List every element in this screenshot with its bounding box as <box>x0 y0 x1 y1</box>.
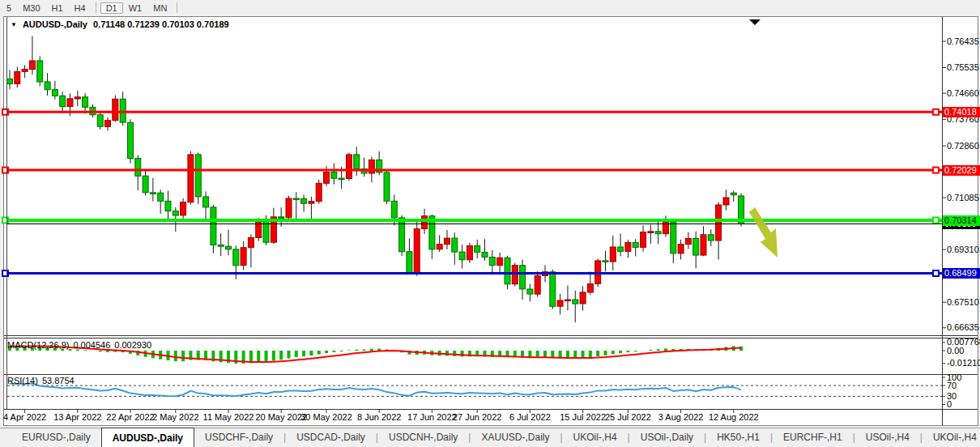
rsi-axis-tick: 0 <box>947 399 952 410</box>
ohlc-values: 0.71148 0.71239 0.70103 0.70189 <box>93 19 229 29</box>
rsi-axis-tick: 70 <box>947 381 957 391</box>
price-line-badge: 0.72029 <box>943 165 980 176</box>
date-tick-label: 2 May 2022 <box>152 412 198 422</box>
price-tick: 0.76435 <box>947 36 979 47</box>
price-tick: 0.69310 <box>947 245 979 255</box>
chart-title: ▼ AUDUSD-,Daily 0.71148 0.71239 0.70103 … <box>11 19 229 29</box>
price-line-badge: 0.70314 <box>943 215 980 226</box>
price-tick: 0.72860 <box>947 141 979 151</box>
macd-main-value: 0.004546 <box>73 340 110 350</box>
dropdown-icon[interactable]: ▼ <box>11 21 17 28</box>
tab-eurusddaily[interactable]: EURUSD-,Daily <box>11 428 101 447</box>
tab-usoildaily[interactable]: USOil-,Daily <box>630 428 704 447</box>
macd-signal-value: 0.002930 <box>114 340 151 350</box>
tab-ukoilh4[interactable]: UKOil-,H4 <box>563 428 628 447</box>
price-line-badge: 0.74018 <box>943 107 980 117</box>
price-line-badge: 0.68499 <box>943 268 980 279</box>
tab-usdcaddaily[interactable]: USDCAD-,Daily <box>286 428 376 447</box>
date-tick-label: 15 Jul 2022 <box>560 412 606 422</box>
date-tick-label: 11 May 2022 <box>203 412 254 422</box>
price-tick: 0.71085 <box>947 193 979 203</box>
symbol-period-label: AUDUSD-,Daily <box>23 19 87 29</box>
date-tick-label: 22 Apr 2022 <box>106 412 154 422</box>
rsi-label: RSI(14) 53.8754 <box>7 376 75 385</box>
date-tick-label: 30 May 2022 <box>300 412 352 422</box>
date-tick-label: 12 Aug 2022 <box>709 412 759 422</box>
date-tick-label: 6 Jul 2022 <box>509 412 551 422</box>
tab-usdchfdaily[interactable]: USDCHF-,Daily <box>194 428 283 447</box>
price-tick: 0.66635 <box>947 322 979 333</box>
macd-label: MACD(12,26,9) 0.004546 0.002930 <box>7 340 151 350</box>
tab-hk50h1[interactable]: HK50-,H1 <box>706 428 770 447</box>
tab-usdcnhdaily[interactable]: USDCNH-,Daily <box>378 428 468 447</box>
date-tick-label: 3 Aug 2022 <box>658 412 704 422</box>
macd-axis-tick: 0.00 <box>947 346 964 356</box>
price-tick: 0.67510 <box>947 297 979 308</box>
symbol-tabbar: EURUSD-,DailyAUDUSD-,DailyUSDCHF-,Daily|… <box>0 428 980 447</box>
date-tick-label: 13 Apr 2022 <box>53 412 101 422</box>
date-tick-label: 27 Jun 2022 <box>453 412 502 422</box>
rsi-value: 53.8754 <box>42 376 75 385</box>
date-tick-label: 4 Apr 2022 <box>3 412 46 422</box>
chart-canvas[interactable] <box>0 0 980 447</box>
tab-usoilh4[interactable]: USOil-,H4 <box>855 428 920 447</box>
mt4-chart-screen: { "toolbar":{ "timeframes":["5","M30","H… <box>0 0 980 447</box>
macd-name: MACD(12,26,9) <box>7 340 69 350</box>
date-tick-label: 17 Jun 2022 <box>407 412 457 422</box>
macd-axis-tick: -0.012101 <box>947 358 980 368</box>
tab-xauusddaily[interactable]: XAUUSD-,Daily <box>471 428 560 447</box>
date-tick-label: 8 Jun 2022 <box>357 412 401 422</box>
tab-ukoilh4[interactable]: UKOil-,H4 <box>922 428 980 447</box>
price-tick: 0.74660 <box>947 88 979 99</box>
date-tick-label: 25 Jul 2022 <box>605 412 651 422</box>
price-tick: 0.75535 <box>947 62 979 73</box>
rsi-name: RSI(14) <box>7 376 38 385</box>
tab-eurchfh1[interactable]: EURCHF-,H1 <box>773 428 853 447</box>
date-tick-label: 20 May 2022 <box>255 412 307 422</box>
tab-audusddaily[interactable]: AUDUSD-,Daily <box>101 428 194 447</box>
